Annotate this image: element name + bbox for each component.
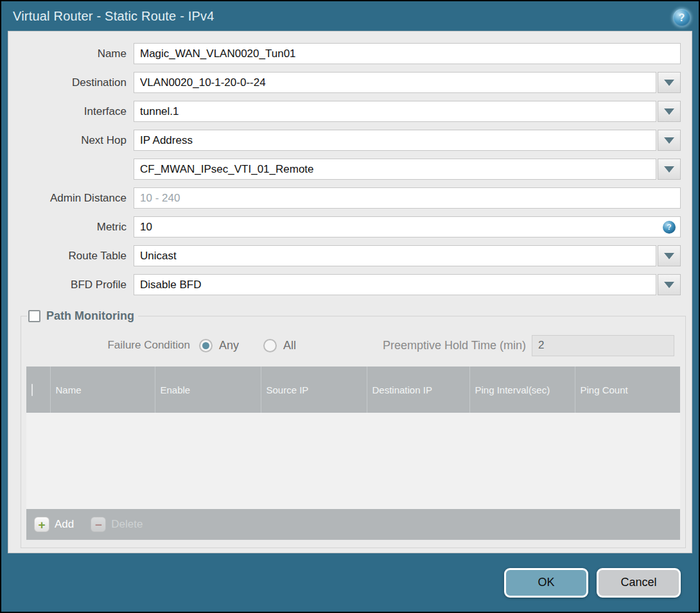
chevron-down-icon xyxy=(664,282,674,288)
add-button-label: Add xyxy=(55,518,74,531)
form-row-next-hop: Next Hop xyxy=(8,130,692,151)
chevron-down-icon xyxy=(664,253,674,259)
column-header-destination-ip: Destination IP xyxy=(367,367,469,413)
interface-input[interactable] xyxy=(134,101,656,122)
form-row-admin-distance: Admin Distance xyxy=(8,187,692,209)
select-all-header-cell xyxy=(26,367,50,413)
admin-distance-label: Admin Distance xyxy=(8,192,134,205)
table-toolbar: + Add − Delete xyxy=(26,509,680,540)
failure-condition-any-label: Any xyxy=(219,339,239,352)
delete-button[interactable]: − Delete xyxy=(91,517,143,532)
name-input[interactable] xyxy=(134,43,681,64)
path-monitoring-legend: Path Monitoring xyxy=(27,309,138,323)
next-hop-type-input[interactable] xyxy=(134,130,656,151)
bfd-profile-input[interactable] xyxy=(134,274,656,295)
interface-label: Interface xyxy=(8,105,134,118)
bfd-profile-dropdown-button[interactable] xyxy=(658,274,681,295)
failure-condition-label: Failure Condition xyxy=(26,339,199,352)
select-all-checkbox[interactable] xyxy=(31,384,33,396)
next-hop-label: Next Hop xyxy=(8,134,134,147)
form-row-interface: Interface xyxy=(8,101,692,122)
column-header-enable: Enable xyxy=(155,367,261,413)
ok-button[interactable]: OK xyxy=(504,568,588,598)
static-route-dialog: Virtual Router - Static Route - IPv4 ? N… xyxy=(1,1,699,612)
failure-condition-all-label: All xyxy=(283,339,296,352)
page-title: Virtual Router - Static Route - IPv4 xyxy=(13,9,214,24)
destination-input[interactable] xyxy=(134,72,656,93)
next-hop-address-input[interactable] xyxy=(134,159,656,180)
preemptive-hold-time-label: Preemptive Hold Time (min) xyxy=(383,339,532,352)
column-header-ping-count: Ping Count xyxy=(575,367,680,413)
form-row-next-hop-address xyxy=(8,159,692,180)
chevron-down-icon xyxy=(664,166,674,173)
path-monitoring-table: Name Enable Source IP Destination IP Pin… xyxy=(26,367,680,540)
column-header-source-ip: Source IP xyxy=(261,367,367,413)
form-panel: Name Destination Interface Next Hop xyxy=(8,31,692,553)
minus-icon: − xyxy=(95,519,102,531)
form-row-name: Name xyxy=(8,43,692,64)
failure-condition-row: Failure Condition Any All Preemptive Hol… xyxy=(26,334,678,356)
route-table-label: Route Table xyxy=(8,250,134,263)
cancel-button[interactable]: Cancel xyxy=(597,568,681,598)
name-label: Name xyxy=(8,47,134,60)
destination-label: Destination xyxy=(8,76,134,89)
path-monitoring-checkbox[interactable] xyxy=(28,310,40,322)
metric-info-icon: ? xyxy=(663,221,676,234)
table-empty-body xyxy=(26,413,680,509)
admin-distance-input[interactable] xyxy=(134,187,681,209)
next-hop-type-dropdown-button[interactable] xyxy=(658,130,681,151)
failure-condition-radio-all[interactable] xyxy=(263,339,277,352)
metric-input[interactable] xyxy=(134,216,681,237)
bfd-profile-label: BFD Profile xyxy=(8,279,134,291)
dialog-footer: OK Cancel xyxy=(1,553,699,612)
titlebar: Virtual Router - Static Route - IPv4 ? xyxy=(1,1,699,31)
next-hop-address-dropdown-button[interactable] xyxy=(658,159,681,180)
failure-condition-radio-any[interactable] xyxy=(199,339,213,352)
form-row-destination: Destination xyxy=(8,72,692,93)
form-row-route-table: Route Table xyxy=(8,245,692,266)
chevron-down-icon xyxy=(664,137,674,144)
metric-label: Metric xyxy=(8,221,134,234)
preemptive-hold-time-input[interactable] xyxy=(532,335,674,356)
chevron-down-icon xyxy=(664,108,674,115)
form-row-bfd-profile: BFD Profile xyxy=(8,274,692,295)
route-table-dropdown-button[interactable] xyxy=(658,245,681,266)
form-row-metric: Metric ? xyxy=(8,216,692,237)
path-monitoring-title: Path Monitoring xyxy=(46,309,134,323)
path-monitoring-group: Path Monitoring Failure Condition Any Al… xyxy=(21,309,686,548)
destination-dropdown-button[interactable] xyxy=(658,72,681,93)
interface-dropdown-button[interactable] xyxy=(658,101,681,122)
column-header-ping-interval: Ping Interval(sec) xyxy=(469,367,575,413)
column-header-name: Name xyxy=(50,367,155,413)
help-icon[interactable]: ? xyxy=(673,9,690,26)
plus-icon: + xyxy=(38,519,45,531)
delete-button-label: Delete xyxy=(111,518,143,531)
route-table-input[interactable] xyxy=(134,245,656,266)
add-button[interactable]: + Add xyxy=(34,517,74,532)
chevron-down-icon xyxy=(664,80,674,86)
